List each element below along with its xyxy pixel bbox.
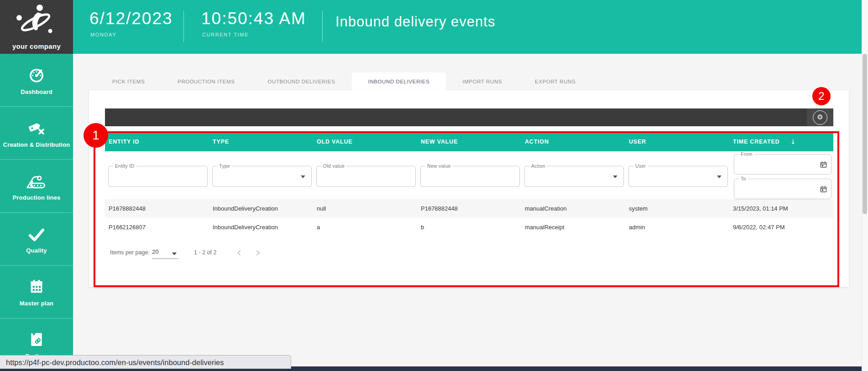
filter-label: From — [739, 151, 754, 157]
filter-old-value-input[interactable]: Old value — [316, 166, 416, 187]
filter-user-select[interactable]: User — [628, 166, 728, 187]
table-row[interactable]: P1662126807InboundDeliveryCreationabmanu… — [105, 218, 833, 237]
filter-label: Old value — [321, 163, 346, 169]
filter-entity-id-input[interactable]: Entity ID — [108, 166, 208, 187]
calendar-icon — [27, 277, 46, 296]
cell-user: admin — [629, 218, 645, 237]
filter-from-input[interactable]: From — [734, 154, 831, 175]
scrollbar-thumb[interactable] — [863, 54, 867, 214]
cell-time_created: 9/6/2022, 02:47 PM — [733, 218, 784, 237]
current-time-label: CURRENT TIME — [202, 32, 249, 37]
filter-action-select[interactable]: Action — [524, 166, 624, 187]
page-size-select[interactable]: 20 — [152, 248, 178, 259]
status-bar-url: https://p4f-pc-dev.productoo.com/en-us/e… — [0, 355, 291, 369]
sort-descending-icon: ↓ — [790, 132, 796, 151]
calendar-picker-icon[interactable] — [820, 161, 827, 168]
calendar-picker-icon[interactable] — [820, 186, 827, 192]
cell-new_value: b — [421, 218, 424, 237]
next-page-button[interactable]: › — [256, 244, 261, 261]
app-header: 6/12/2023 MONDAY 10:50:43 AM CURRENT TIM… — [0, 0, 862, 54]
table-header-row: ENTITY IDTYPEOLD VALUENEW VALUEACTIONUSE… — [105, 132, 833, 151]
cell-type: InboundDeliveryCreation — [213, 199, 278, 218]
filter-label: To — [739, 176, 748, 181]
tag-remove-icon — [26, 118, 47, 137]
sidebar-item-label: Dashboard — [21, 88, 52, 95]
sidebar-nav: DashboardCreation & DistributionProducti… — [0, 54, 73, 371]
cell-old_value: a — [317, 218, 320, 237]
page-title: Inbound delivery events — [335, 14, 495, 30]
filter-new-value-input[interactable]: New value — [420, 166, 520, 187]
previous-page-button[interactable]: ‹ — [236, 244, 241, 261]
tab-export-runs[interactable]: EXPORT RUNS — [518, 72, 592, 90]
sidebar-item-label: Master plan — [20, 300, 53, 307]
header-divider — [322, 11, 323, 42]
chevron-down-icon — [613, 175, 617, 178]
tab-production-items[interactable]: PRODUCTION ITEMS — [161, 72, 251, 90]
paginator-range: 1 - 2 of 2 — [194, 249, 216, 256]
app-window: 6/12/2023 MONDAY 10:50:43 AM CURRENT TIM… — [0, 0, 868, 371]
settings-button[interactable]: ⚙ — [807, 108, 833, 126]
sidebar-item-dashboard[interactable]: Dashboard — [0, 54, 73, 106]
column-header-time-created[interactable]: TIME CREATED — [733, 132, 779, 151]
company-logo[interactable]: your company — [0, 0, 73, 54]
filter-label: Entity ID — [113, 163, 136, 169]
column-header-type[interactable]: TYPE — [213, 132, 229, 151]
cell-type: InboundDeliveryCreation — [213, 218, 278, 237]
items-per-page-label: Items per page: — [110, 249, 150, 256]
column-header-old-value[interactable]: OLD VALUE — [317, 132, 353, 151]
tab-outbound-deliveries[interactable]: OUTBOUND DELIVERIES — [251, 72, 351, 90]
tab-pick-items[interactable]: PICK ITEMS — [96, 72, 161, 90]
tab-import-runs[interactable]: IMPORT RUNS — [446, 72, 518, 90]
column-header-new-value[interactable]: NEW VALUE — [421, 132, 458, 151]
company-logo-icon — [14, 2, 59, 41]
sidebar-item-quality[interactable]: Quality — [0, 212, 73, 265]
cell-time_created: 3/15/2023, 01:14 PM — [733, 199, 788, 218]
gauge-icon — [27, 65, 46, 84]
production-line-icon — [26, 171, 47, 190]
cell-user: system — [629, 199, 648, 218]
current-day-label: MONDAY — [90, 32, 116, 37]
filter-label: New value — [425, 163, 453, 169]
chevron-down-icon — [172, 252, 177, 255]
header-divider — [183, 11, 184, 42]
sidebar-item-label: Production lines — [12, 194, 60, 201]
sidebar-item-label: Creation & Distribution — [3, 141, 70, 148]
chevron-down-icon — [717, 175, 722, 178]
sidebar-item-label: Quality — [26, 247, 47, 254]
cell-entity_id: P1662126807 — [109, 218, 146, 237]
page-size-value: 20 — [152, 248, 158, 255]
filter-label: User — [633, 163, 648, 169]
cell-action: manualCreation — [525, 199, 567, 218]
sidebar-item-creation-distribution[interactable]: Creation & Distribution — [0, 106, 73, 159]
cell-action: manualReceipt — [525, 218, 565, 237]
cell-entity_id: P1678882448 — [109, 199, 146, 218]
table-toolbar: ⚙ — [105, 108, 833, 126]
cell-old_value: null — [317, 199, 326, 218]
chevron-down-icon — [301, 175, 305, 178]
sidebar-item-master-plan[interactable]: Master plan — [0, 265, 73, 318]
checkmark-icon — [27, 224, 46, 243]
company-logo-text: your company — [12, 42, 61, 50]
column-header-action[interactable]: ACTION — [525, 132, 549, 151]
tab-inbound-deliveries[interactable]: INBOUND DELIVERIES — [352, 72, 446, 90]
podbox-icon — [27, 330, 46, 349]
cell-new_value: P1678882448 — [421, 199, 458, 218]
sidebar-item-production-lines[interactable]: Production lines — [0, 159, 73, 212]
column-header-user[interactable]: USER — [629, 132, 646, 151]
tab-bar: PICK ITEMSPRODUCTION ITEMSOUTBOUND DELIV… — [96, 72, 592, 90]
filter-label: Action — [529, 163, 547, 169]
column-header-entity-id[interactable]: ENTITY ID — [109, 132, 139, 151]
gear-icon: ⚙ — [813, 110, 827, 125]
filter-type-select[interactable]: Type — [212, 166, 312, 187]
current-time: 10:50:43 AM — [201, 9, 306, 28]
filter-label: Type — [217, 163, 232, 169]
current-date: 6/12/2023 — [89, 9, 173, 28]
filter-to-input[interactable]: To — [734, 179, 831, 199]
table-row[interactable]: P1678882448InboundDeliveryCreationnullP1… — [105, 199, 833, 218]
